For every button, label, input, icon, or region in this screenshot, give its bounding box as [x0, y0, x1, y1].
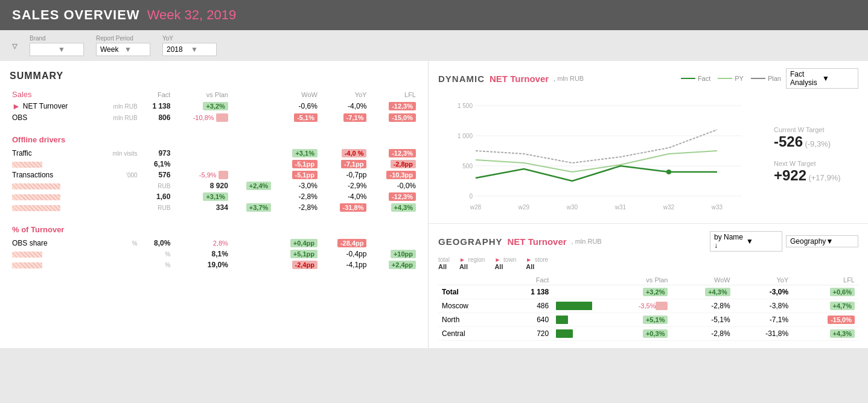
table-row: % of Turnover [10, 218, 418, 238]
svg-text:w30: w30 [566, 204, 578, 211]
geo-row-bar [552, 299, 601, 313]
transactions-yoy: -0,7pp [320, 170, 369, 180]
obs-share-unit: % [97, 238, 140, 249]
geo-table-header: Fact vs Plan WoW YoY LFL [438, 275, 858, 285]
dynamic-section: DYNAMIC NET Turnover , mln RUB Fact PY P… [429, 61, 868, 224]
current-w-target: Current W Target -526 (-9,3%) [774, 126, 858, 150]
share-row2-wow-badge: +5,1pp [290, 250, 318, 258]
legend-plan-item: Plan [751, 75, 781, 82]
geo-row-lfl: +0,6% [792, 285, 858, 299]
traffic-pct-yoy: -7,1pp [320, 159, 369, 170]
geo-lfl-badge: +4,7% [830, 302, 855, 310]
chart-svg-container: 1 500 1 000 500 0 w28 w [438, 94, 767, 216]
geo-filter-town[interactable]: ► town All [494, 256, 516, 270]
geography-dropdown[interactable]: Geography ▼ [786, 235, 858, 247]
traffic-pct-lfl: -2,8pp [369, 159, 418, 170]
geo-town-arrow-icon: ► [494, 256, 500, 263]
traffic-wow-badge: +3,1% [292, 149, 318, 157]
main-content: SUMMARY Sales Fact vs Plan WoW YoY LFL ► [0, 61, 868, 348]
geo-row-label: Moscow [438, 299, 503, 313]
geography-value: Geography [790, 237, 826, 246]
yoy-label: YoY [162, 35, 217, 42]
traffic-lfl: -12,3% [369, 148, 418, 159]
report-period-label: Report Period [96, 35, 150, 42]
geo-row-fact: 720 [503, 327, 552, 341]
geo-row-lfl: +4,7% [792, 299, 858, 313]
filter-icon: ▿ [12, 39, 18, 52]
geo-row-yoy: -3,8% [734, 299, 793, 313]
table-row: OBS share % 8,0% 2,8% +0,4pp -28,4pp [10, 238, 418, 249]
obs-fact: 806 [140, 112, 173, 123]
fact-analysis-dropdown[interactable]: Fact Analysis ▼ [786, 68, 858, 89]
next-w-target-value: +922 [774, 167, 806, 183]
legend-py-line [718, 78, 732, 79]
next-w-target-pct: (+17,9%) [808, 173, 840, 182]
geo-bar [556, 316, 568, 324]
obs-yoy-badge: -7,1% [343, 113, 367, 122]
geo-row-lfl: +4,3% [792, 327, 858, 341]
obs-share-label: OBS share [10, 238, 97, 249]
geo-bar [556, 302, 592, 310]
page-title-week: Week 32, 2019 [147, 7, 237, 23]
svg-text:w29: w29 [518, 204, 530, 211]
yoy-filter-group: YoY 2018 ▼ [162, 35, 217, 56]
table-row: 1,60 +3,1% -2,8% -4,0% -12,3% [10, 191, 418, 202]
chart-area: 1 500 1 000 500 0 w28 w [438, 94, 858, 216]
brand-arrow-icon: ▼ [58, 45, 80, 54]
geo-region-label: ► region [459, 256, 485, 263]
geo-row-label: North [438, 313, 503, 327]
brand-select[interactable]: ▼ [30, 43, 84, 56]
row6-vs-plan-badge: +3,7% [246, 203, 272, 212]
transactions-bar [219, 171, 228, 179]
svg-text:500: 500 [462, 163, 473, 170]
geo-row-vs-plan: +0,3% [601, 327, 671, 341]
report-period-select[interactable]: Week ▼ [96, 43, 150, 56]
geo-store-arrow-icon: ► [526, 256, 532, 263]
row4-wow: -3,0% [273, 180, 320, 191]
offline-drivers-label: Offline drivers [12, 129, 416, 147]
share-row3-fact: 19,0% [173, 259, 230, 270]
obs-share-yoy-badge: -28,4pp [337, 239, 367, 247]
geo-col-yoy: YoY [734, 275, 793, 285]
table-row: Central720+0,3%-2,8%-31,8%+4,3% [438, 327, 858, 341]
traffic-pct-fact: 6,1% [140, 159, 173, 170]
redacted-label-2 [12, 183, 60, 189]
redacted-label-1 [12, 162, 42, 168]
geography-section: GEOGRAPHY NET Turnover , mln RUB by Name… [429, 224, 868, 348]
geo-col-label [438, 275, 503, 285]
share-row3-lfl: +2,4pp [369, 259, 418, 270]
obs-vs-plan-neg: -10,8% [193, 114, 214, 121]
geo-vs-plan-pos: +5,1% [643, 316, 668, 324]
share-row2-lfl: +10pp [369, 249, 418, 259]
sort-dropdown[interactable]: by Name ↓ ▼ [710, 231, 782, 252]
redacted-label-3 [12, 194, 60, 200]
geo-filter-total: total All [438, 256, 450, 270]
obs-share-fact: 8,0% [140, 238, 173, 249]
transactions-wow-badge: -5,1pp [292, 171, 318, 179]
yoy-header: YoY [320, 89, 369, 100]
obs-share-vs-plan: 2,8% [173, 238, 230, 249]
geo-row-yoy: -7,1% [734, 313, 793, 327]
current-w-target-value: -526 [774, 133, 803, 150]
geo-filter-region[interactable]: ► region All [459, 256, 485, 270]
table-row: % 19,0% -2,4pp -4,1pp +2,4pp [10, 259, 418, 270]
dynamic-title-unit: , mln RUB [554, 75, 584, 82]
geo-dropdown-arrow-icon: ▼ [826, 237, 854, 246]
geo-row-fact: 1 138 [503, 285, 552, 299]
table-row: OBS mln RUB 806 -10,8% -5,1% -7,1% [10, 112, 418, 123]
share-row2-yoy: -0,4pp [320, 249, 369, 259]
redacted-label-4 [12, 205, 60, 211]
obs-label: OBS [10, 112, 97, 123]
summary-title: SUMMARY [10, 71, 418, 81]
legend-fact-line [681, 78, 695, 79]
row6-unit: RUB [140, 202, 173, 213]
transactions-unit: '000 [97, 170, 140, 180]
geo-filter-store[interactable]: ► store All [526, 256, 548, 270]
fact-header: Fact [140, 89, 173, 100]
yoy-select[interactable]: 2018 ▼ [162, 43, 217, 56]
geo-row-wow: -5,1% [671, 313, 733, 327]
current-w-target-label: Current W Target [774, 126, 858, 133]
svg-text:0: 0 [469, 193, 473, 200]
traffic-label: Traffic [10, 148, 97, 159]
traffic-yoy: -4,0 % [320, 148, 369, 159]
